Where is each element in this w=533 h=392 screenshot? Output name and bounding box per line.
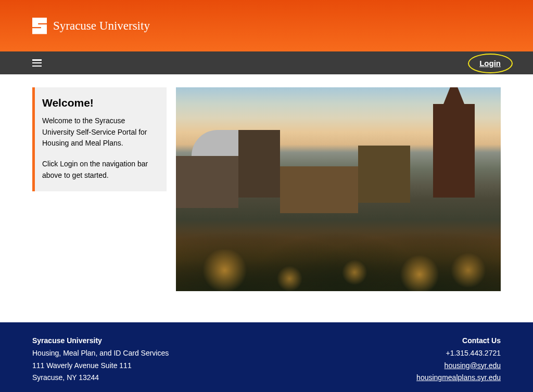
login-wrap: Login bbox=[479, 59, 501, 68]
footer-org-name: Syracuse University bbox=[32, 335, 169, 347]
footer-phone: +1.315.443.2721 bbox=[416, 347, 501, 360]
footer-contact-title: Contact Us bbox=[416, 335, 501, 347]
footer-dept: Housing, Meal Plan, and ID Card Services bbox=[32, 347, 169, 360]
hamburger-menu-icon[interactable] bbox=[32, 59, 42, 67]
logo-text: Syracuse University bbox=[53, 19, 150, 33]
welcome-paragraph-2: Click Login on the navigation bar above … bbox=[42, 159, 158, 181]
footer: Syracuse University Housing, Meal Plan, … bbox=[0, 322, 533, 392]
welcome-heading: Welcome! bbox=[42, 97, 158, 109]
welcome-card: Welcome! Welcome to the Syracuse Univers… bbox=[32, 87, 167, 191]
header: Syracuse University bbox=[0, 0, 533, 51]
navbar: Login bbox=[0, 51, 533, 74]
footer-contact: Contact Us +1.315.443.2721 housing@syr.e… bbox=[416, 335, 501, 384]
logo-s-icon bbox=[32, 18, 47, 34]
footer-address-line1: 111 Waverly Avenue Suite 111 bbox=[32, 360, 169, 372]
campus-hero-image bbox=[176, 87, 501, 291]
university-logo[interactable]: Syracuse University bbox=[32, 18, 150, 34]
footer-email-link[interactable]: housing@syr.edu bbox=[445, 361, 501, 370]
main-content: Welcome! Welcome to the Syracuse Univers… bbox=[0, 74, 533, 291]
footer-website-link[interactable]: housingmealplans.syr.edu bbox=[416, 373, 501, 382]
footer-address-line2: Syracuse, NY 13244 bbox=[32, 372, 169, 384]
footer-address: Syracuse University Housing, Meal Plan, … bbox=[32, 335, 169, 384]
welcome-paragraph-1: Welcome to the Syracuse University Self-… bbox=[42, 115, 158, 149]
login-link[interactable]: Login bbox=[479, 59, 501, 68]
